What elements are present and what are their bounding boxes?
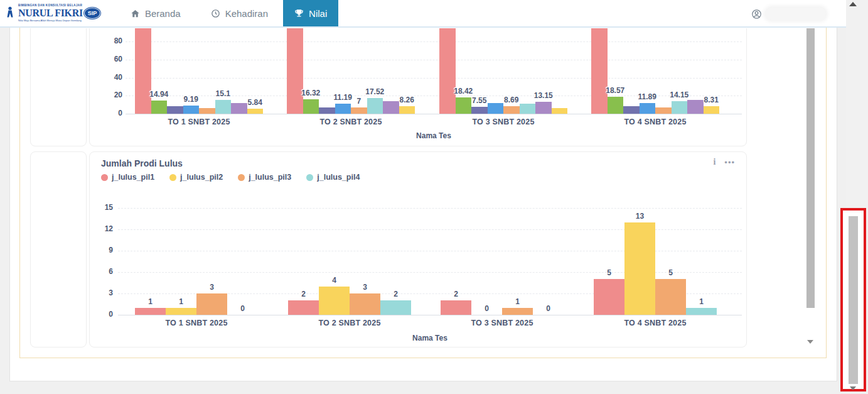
bar-value-label: 13 [620, 212, 660, 221]
bar-value-label: 2 [284, 290, 324, 298]
bar-value-label: 0 [528, 304, 569, 313]
logo-name: NURUL FIKRI [18, 8, 83, 18]
user-name-redacted [766, 8, 826, 20]
nav-item-label: Kehadiran [225, 8, 268, 19]
nav-item-label: Beranda [145, 8, 181, 19]
nav-item-label: Nilai [309, 8, 327, 19]
chart-jumlah-prodi-lulus-plot: 03691215TO 1 SNBT 2025TO 2 SNBT 2025TO 3… [20, 28, 815, 347]
x-axis-title: Nama Tes [367, 334, 493, 342]
bar-j_lulus_pil1[interactable] [288, 300, 319, 315]
bar-value-label: 5 [589, 268, 630, 277]
logo-tagline: Nilai Maju Bersama Allah Menuju Masa Dep… [18, 19, 100, 22]
bar-j_lulus_pil4[interactable] [686, 308, 717, 315]
logo-badge: SIP [84, 8, 100, 19]
bar-value-label: 1 [682, 297, 722, 306]
x-category-label: TO 1 SNBT 2025 [143, 319, 250, 327]
bar-value-label: 1 [161, 297, 201, 306]
bar-value-label: 0 [223, 304, 263, 313]
x-axis-line [118, 315, 742, 315]
y-tick-label: 12 [88, 224, 113, 233]
x-category-label: TO 3 SNBT 2025 [449, 319, 555, 327]
logo-person-icon [5, 6, 15, 20]
inner-scrollbar-down-arrow[interactable] [807, 340, 813, 344]
scrollbar-highlight-box [840, 208, 866, 391]
nav-item-kehadiran[interactable]: Kehadiran [196, 0, 283, 26]
page-scrollbar-up-arrow[interactable] [849, 2, 857, 6]
dashboard-scroll-area[interactable]: Jumlah Prodi Lulus i ••• j_lulus_pil1j_l… [20, 28, 815, 347]
logo-top-text: BIMBINGAN DAN KONSULTASI BELAJAR [18, 4, 100, 8]
trophy-icon [294, 9, 304, 18]
y-tick-label: 3 [88, 288, 113, 297]
nav-item-nilai[interactable]: Nilai [283, 0, 338, 26]
page-scrollbar-thumb[interactable] [849, 216, 858, 384]
bar-j_lulus_pil1[interactable] [135, 308, 166, 315]
y-tick-label: 0 [88, 310, 113, 319]
home-icon [131, 9, 140, 18]
bar-j_lulus_pil2[interactable] [166, 308, 196, 315]
bar-value-label: 2 [376, 290, 416, 298]
y-tick-label: 15 [88, 203, 113, 212]
bar-value-label: 2 [436, 290, 476, 298]
x-category-label: TO 4 SNBT 2025 [602, 319, 709, 327]
inner-scrollbar[interactable] [806, 28, 815, 347]
x-category-label: TO 2 SNBT 2025 [296, 319, 403, 327]
y-tick-label: 9 [88, 246, 113, 254]
bar-value-label: 5 [651, 268, 691, 277]
clock-icon [211, 9, 220, 18]
top-navbar: BIMBINGAN DAN KONSULTASI BELAJAR NURUL F… [0, 0, 846, 28]
nav-item-beranda[interactable]: Beranda [115, 0, 196, 26]
bar-value-label: 3 [192, 283, 232, 292]
gridline [118, 208, 742, 209]
bar-j_lulus_pil1[interactable] [594, 279, 624, 315]
main-menu: Beranda Kehadiran Nilai [115, 0, 338, 26]
bar-j_lulus_pil4[interactable] [380, 300, 411, 315]
user-icon [751, 9, 762, 19]
page-scrollbar-down-arrow[interactable] [850, 386, 856, 390]
app-logo[interactable]: BIMBINGAN DAN KONSULTASI BELAJAR NURUL F… [0, 0, 107, 26]
y-tick-label: 6 [88, 267, 113, 276]
inner-scrollbar-thumb[interactable] [806, 28, 815, 308]
user-menu[interactable] [751, 0, 826, 28]
